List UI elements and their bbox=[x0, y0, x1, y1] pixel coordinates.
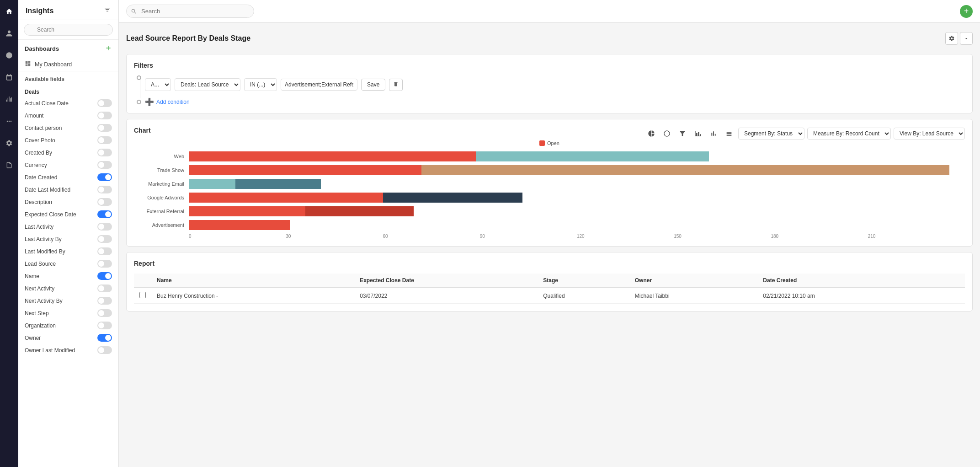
table-header-row: Name Expected Close Date Stage Owner Dat… bbox=[134, 274, 965, 288]
chart-donut-icon[interactable] bbox=[660, 127, 673, 140]
row-date-created: 02/21/2022 10:10 am bbox=[757, 288, 934, 304]
nav-icon-deals[interactable] bbox=[2, 48, 16, 62]
field-toggle[interactable] bbox=[97, 124, 112, 132]
table-row[interactable]: Buz Henry Construction - 03/07/2022 Qual… bbox=[134, 288, 965, 304]
deals-group-title: Deals bbox=[18, 85, 118, 97]
sidebar-item-my-dashboard[interactable]: My Dashboard bbox=[18, 58, 118, 71]
x-axis: 0 30 60 90 120 150 180 210 bbox=[138, 234, 965, 239]
filter-delete-button[interactable] bbox=[389, 79, 403, 91]
report-card: Report Name Expected Close Date Stage Ow… bbox=[126, 252, 973, 311]
field-toggle[interactable] bbox=[97, 322, 112, 329]
bar-track-advertisement bbox=[189, 220, 965, 230]
field-toggle[interactable] bbox=[97, 186, 112, 193]
field-row: Date Last Modified bbox=[18, 183, 118, 196]
row-actions bbox=[934, 288, 965, 304]
top-search-icon bbox=[131, 8, 137, 15]
nav-icon-more[interactable] bbox=[2, 114, 16, 128]
field-toggle[interactable] bbox=[97, 99, 112, 107]
col-actions bbox=[934, 274, 965, 288]
bar-label-marketing-email: Marketing Email bbox=[138, 181, 189, 187]
field-toggle[interactable] bbox=[97, 198, 112, 206]
filter-condition-select[interactable]: IN (...) bbox=[244, 78, 277, 91]
svg-point-0 bbox=[6, 52, 12, 58]
bar-label-advertisement: Advertisement bbox=[138, 222, 189, 228]
field-toggle[interactable] bbox=[97, 235, 112, 243]
filters-title: Filters bbox=[134, 62, 965, 69]
bar-segment bbox=[476, 151, 708, 161]
nav-icon-settings[interactable] bbox=[2, 136, 16, 150]
measure-by-select[interactable]: Measure By: Record Count bbox=[807, 128, 891, 140]
field-name: Last Modified By bbox=[25, 248, 65, 255]
chart-bar-icon[interactable] bbox=[692, 127, 704, 140]
field-toggle[interactable] bbox=[97, 173, 112, 181]
row-checkbox-cell[interactable] bbox=[134, 288, 151, 304]
field-toggle[interactable] bbox=[97, 309, 112, 317]
add-condition-button[interactable]: ➕ Add condition bbox=[145, 98, 190, 106]
bar-track-trade-show bbox=[189, 165, 965, 175]
add-dashboard-button[interactable] bbox=[105, 44, 112, 53]
field-toggle[interactable] bbox=[97, 247, 112, 255]
field-toggle[interactable] bbox=[97, 161, 112, 169]
field-toggle[interactable] bbox=[97, 112, 112, 119]
filter-field-select[interactable]: Deals: Lead Source bbox=[175, 78, 240, 91]
bar-label-google-adwords: Google Adwords bbox=[138, 195, 189, 200]
field-name: Name bbox=[25, 273, 39, 279]
field-toggle[interactable] bbox=[97, 136, 112, 144]
field-name: Next Step bbox=[25, 310, 49, 317]
x-tick-150: 150 bbox=[674, 234, 771, 239]
field-toggle[interactable] bbox=[97, 284, 112, 292]
row-checkbox[interactable] bbox=[139, 292, 146, 298]
nav-icon-chart[interactable] bbox=[2, 92, 16, 106]
chart-pie-icon[interactable] bbox=[645, 127, 658, 140]
chart-card: Chart bbox=[126, 119, 973, 247]
field-row: Created By bbox=[18, 146, 118, 159]
bar-track-external-referral bbox=[189, 206, 965, 216]
bar-track-marketing-email bbox=[189, 179, 965, 189]
add-button[interactable]: + bbox=[960, 5, 973, 18]
field-name: Next Activity By bbox=[25, 298, 63, 304]
gear-button[interactable] bbox=[945, 32, 958, 45]
field-name: Owner Last Modified bbox=[25, 347, 75, 354]
legend-open: Open bbox=[539, 140, 559, 146]
chart-filter-icon[interactable] bbox=[676, 127, 689, 140]
col-date-created: Date Created bbox=[757, 274, 934, 288]
field-row: Currency bbox=[18, 159, 118, 171]
sidebar-search-input[interactable] bbox=[24, 24, 113, 36]
chart-column-icon[interactable] bbox=[707, 127, 720, 140]
field-toggle[interactable] bbox=[97, 334, 112, 342]
bar-track-google-adwords bbox=[189, 193, 965, 203]
x-tick-60: 60 bbox=[383, 234, 480, 239]
sidebar: Insights Dashboards My Dashboard Availab… bbox=[18, 0, 119, 467]
field-name: Owner bbox=[25, 335, 41, 341]
x-tick-120: 120 bbox=[577, 234, 674, 239]
field-row: Name bbox=[18, 270, 118, 282]
field-toggle[interactable] bbox=[97, 346, 112, 354]
view-by-select[interactable]: View By: Lead Source bbox=[894, 128, 965, 140]
field-name: Currency bbox=[25, 162, 47, 168]
row-owner: Michael Taibbi bbox=[629, 288, 758, 304]
bar-advertisement: Advertisement bbox=[138, 220, 965, 230]
nav-icon-calendar[interactable] bbox=[2, 70, 16, 84]
sidebar-filter-icon[interactable] bbox=[104, 6, 111, 15]
nav-icon-home[interactable] bbox=[2, 5, 16, 18]
chart-title: Chart bbox=[134, 127, 151, 134]
field-toggle[interactable] bbox=[97, 223, 112, 231]
field-toggle[interactable] bbox=[97, 272, 112, 280]
field-toggle[interactable] bbox=[97, 149, 112, 156]
field-name: Expected Close Date bbox=[25, 211, 76, 218]
chart-stacked-icon[interactable] bbox=[723, 127, 735, 140]
top-search-input[interactable] bbox=[126, 5, 254, 18]
bar-segment bbox=[305, 206, 414, 216]
filter-operator-select[interactable]: A... bbox=[145, 78, 171, 91]
filter-value-input[interactable] bbox=[281, 79, 357, 91]
nav-icon-reports[interactable] bbox=[2, 158, 16, 172]
segment-by-select[interactable]: Segment By: Status bbox=[738, 128, 804, 140]
field-toggle[interactable] bbox=[97, 210, 112, 218]
field-toggle[interactable] bbox=[97, 260, 112, 268]
row-expected-close: 03/07/2022 bbox=[354, 288, 538, 304]
dropdown-chevron-button[interactable] bbox=[960, 32, 973, 45]
nav-icon-contacts[interactable] bbox=[2, 27, 16, 40]
field-name: Organization bbox=[25, 322, 56, 329]
field-toggle[interactable] bbox=[97, 297, 112, 305]
filter-save-button[interactable]: Save bbox=[361, 79, 385, 91]
